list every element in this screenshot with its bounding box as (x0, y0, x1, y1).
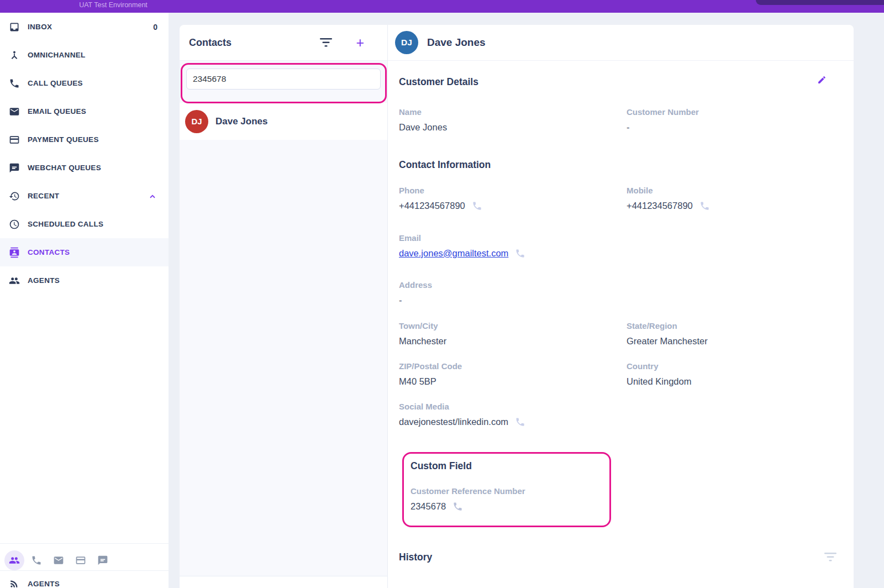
sidebar-dock (0, 543, 169, 570)
contact-name: Dave Jones (215, 116, 268, 127)
broadcast-icon (9, 579, 28, 588)
dial-phone-icon[interactable] (515, 248, 525, 259)
envelope-icon (9, 106, 20, 117)
sidebar-item-label: INBOX (28, 23, 52, 31)
field-value: Dave Jones (399, 122, 627, 133)
contacts-list-empty-area (180, 140, 387, 576)
field-mobile: Mobile +441234567890 (627, 186, 854, 211)
history-icon (9, 191, 20, 202)
field-customer-number: Customer Number - (627, 107, 854, 133)
field-label: ZIP/Postal Code (399, 361, 627, 371)
field-email: Email dave.jones@gmailtest.com (399, 233, 854, 259)
contacts-list-panel: Contacts + DJ Dave Jones (180, 25, 388, 588)
people-icon (9, 275, 20, 286)
dock-webchat-button[interactable] (93, 550, 113, 570)
omnichannel-icon (9, 50, 20, 61)
sidebar: INBOX 0 OMNICHANNEL CALL QUEUES EMAIL QU… (0, 13, 169, 588)
field-label: Name (399, 107, 627, 117)
envelope-icon (53, 555, 64, 566)
contact-header-name: Dave Jones (427, 36, 486, 49)
dial-phone-icon[interactable] (515, 417, 525, 427)
add-contact-button[interactable]: + (356, 37, 364, 48)
social-value: davejonestest/linkedin.com (399, 417, 508, 427)
customer-details-title: Customer Details (399, 76, 478, 87)
sidebar-item-webchat-queues[interactable]: WEBCHAT QUEUES (0, 154, 169, 182)
phone-value: +441234567890 (399, 201, 465, 211)
phone-icon (9, 78, 20, 89)
field-value: M40 5BP (399, 376, 627, 387)
field-state: State/Region Greater Manchester (627, 321, 854, 347)
custom-field-highlight-box: Custom Field Customer Reference Number 2… (402, 452, 611, 527)
inbox-icon (9, 22, 20, 33)
contact-details-header: DJ Dave Jones (388, 25, 854, 61)
contacts-list-header: Contacts + (180, 25, 387, 61)
dock-payment-button[interactable] (71, 550, 91, 570)
sidebar-item-label: CALL QUEUES (28, 79, 83, 87)
contact-information-title: Contact Information (399, 159, 854, 171)
sidebar-item-scheduled-calls[interactable]: SCHEDULED CALLS (0, 210, 169, 238)
sidebar-item-omnichannel[interactable]: OMNICHANNEL (0, 41, 169, 69)
field-label: Town/City (399, 321, 627, 330)
dial-phone-icon[interactable] (472, 201, 482, 211)
email-link[interactable]: dave.jones@gmailtest.com (399, 248, 508, 259)
field-phone: Phone +441234567890 (399, 186, 627, 211)
dial-phone-icon[interactable] (699, 201, 710, 211)
field-address: Address - (399, 280, 854, 306)
sidebar-item-email-queues[interactable]: EMAIL QUEUES (0, 97, 169, 125)
sidebar-item-label: AGENTS (28, 276, 60, 285)
field-label: Customer Number (627, 107, 854, 117)
edit-pencil-icon[interactable] (817, 75, 827, 85)
sidebar-footer-agents[interactable]: AGENTS (0, 570, 169, 588)
phone-icon (31, 555, 42, 566)
field-name: Name Dave Jones (399, 107, 627, 133)
dial-phone-icon[interactable] (452, 501, 463, 512)
inbox-count-badge: 0 (153, 23, 157, 32)
topbar-cutoff-button[interactable] (756, 0, 884, 5)
sidebar-item-payment-queues[interactable]: PAYMENT QUEUES (0, 125, 169, 154)
dock-email-button[interactable] (49, 550, 69, 570)
dock-calls-button[interactable] (27, 550, 46, 570)
sidebar-item-recent[interactable]: RECENT (0, 182, 169, 210)
agents-footer-label: AGENTS (28, 580, 60, 588)
field-value: Manchester (399, 336, 627, 347)
field-value: United Kingdom (627, 376, 854, 387)
contact-avatar: DJ (395, 31, 418, 54)
sidebar-item-agents[interactable]: AGENTS (0, 266, 169, 295)
filter-icon[interactable] (319, 37, 333, 48)
field-label: State/Region (627, 321, 854, 330)
contact-card-icon (9, 247, 20, 258)
sidebar-item-call-queues[interactable]: CALL QUEUES (0, 69, 169, 97)
contact-details-panel: DJ Dave Jones Customer Details Name Dave… (388, 25, 854, 588)
field-label: Mobile (627, 186, 854, 195)
custom-field-title: Custom Field (411, 460, 601, 472)
contacts-list-footer (180, 576, 387, 588)
sidebar-item-inbox[interactable]: INBOX 0 (0, 13, 169, 41)
contact-avatar: DJ (185, 110, 208, 133)
contacts-panel-title: Contacts (189, 37, 231, 49)
field-value: - (399, 295, 854, 306)
sidebar-item-contacts[interactable]: CONTACTS (0, 238, 169, 266)
chevron-up-icon[interactable] (148, 191, 157, 201)
people-icon (9, 555, 20, 566)
credit-card-icon (9, 134, 20, 145)
contacts-search-zone (180, 61, 387, 103)
chat-bubble-icon (97, 555, 108, 566)
main-card: Contacts + DJ Dave Jones DJ Dave Jones C… (180, 25, 854, 588)
environment-label: UAT Test Environment (0, 0, 227, 11)
contacts-search-input[interactable] (186, 69, 381, 90)
contact-list-item[interactable]: DJ Dave Jones (180, 103, 387, 140)
customer-reference-value: 2345678 (411, 501, 446, 512)
field-label: Address (399, 280, 854, 290)
field-zip: ZIP/Postal Code M40 5BP (399, 361, 627, 387)
field-country: Country United Kingdom (627, 361, 854, 387)
sidebar-item-label: SCHEDULED CALLS (28, 220, 103, 228)
sidebar-item-label: EMAIL QUEUES (28, 107, 86, 116)
field-label: Country (627, 361, 854, 371)
sidebar-item-label: PAYMENT QUEUES (28, 135, 99, 144)
dock-contacts-button[interactable] (4, 550, 24, 570)
contact-details-body: Customer Details Name Dave Jones Custome… (388, 61, 854, 588)
field-social: Social Media davejonestest/linkedin.com (399, 402, 854, 427)
history-filter-icon[interactable] (824, 552, 837, 563)
chat-bubble-icon (9, 162, 20, 174)
clock-icon (9, 219, 20, 230)
